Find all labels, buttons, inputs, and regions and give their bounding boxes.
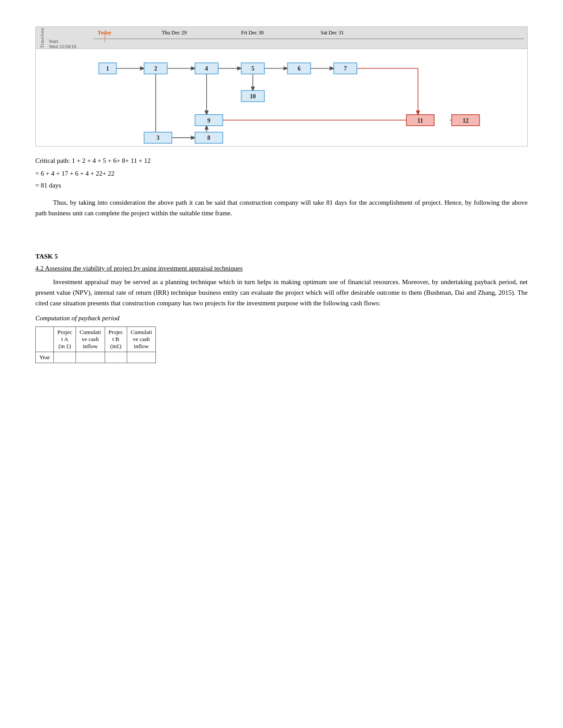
col-proj-a-line2: t A [61,336,68,342]
svg-text:5: 5 [251,65,254,72]
col-cumul-a-line1: Cumulati [79,329,101,335]
col-proj-b: Projec t B (in£) [105,327,127,352]
svg-text:10: 10 [250,93,256,100]
col-proj-a-line1: Projec [57,329,72,335]
network-svg: 1 2 4 5 6 7 10 9 11 [36,49,527,146]
svg-text:3: 3 [156,135,159,141]
section-heading: 4.2 Assessing the viability of project b… [35,265,528,272]
timeline-header: Timeline Start Wed 12/28/16 Today Thu De… [36,27,527,49]
col-cumul-b: Cumulati ve cash inflow [127,327,155,352]
col-proj-a-line3: (in £) [58,343,71,349]
start-date: Wed 12/28/16 [49,44,76,49]
paragraph1: Thus, by taking into consideration the a… [35,197,528,218]
start-label: Start [49,38,58,44]
svg-text:12: 12 [463,117,469,124]
svg-text:2: 2 [154,65,157,72]
start-info: Start Wed 12/28/16 [49,38,76,49]
col-proj-a: Projec t A (in £) [53,327,76,352]
col-proj-b-line3: (in£) [110,343,121,349]
date-thu: Thu Dec 29 [162,30,187,36]
col-cumul-a-line3: inflow [83,343,98,349]
cumul-a-val [76,352,105,363]
col-cumul-a-line2: ve cash [82,336,99,342]
col-empty [36,327,54,352]
timeline-line [93,38,524,39]
timeline-label: Timeline [39,27,45,48]
year-cell: Year [36,352,54,363]
col-cumul-b-line1: Cumulati [131,329,152,335]
col-cumul-b-line3: inflow [134,343,149,349]
svg-text:7: 7 [344,65,347,72]
payback-table: Projec t A (in £) Cumulati ve cash inflo… [35,326,156,363]
col-proj-b-line1: Projec [109,329,123,335]
cumul-b-val [127,352,155,363]
proj-a-val [53,352,76,363]
date-sat: Sat Dec 31 [321,30,344,36]
table-row-year: Year [36,352,156,363]
col-cumul-b-line2: ve cash [133,336,150,342]
col-cumul-a: Cumulati ve cash inflow [76,327,105,352]
col-proj-b-line2: t B [112,336,119,342]
network-diagram: 1 2 4 5 6 7 10 9 11 [36,49,527,146]
task5-paragraph: Investment appraisal may be served as a … [35,277,528,308]
table-heading: Computation of payback period [35,315,528,322]
critical-path-line2: = 6 + 4 + 17 + 6 + 4 + 22+ 22 [35,170,528,177]
svg-text:6: 6 [298,65,301,72]
proj-b-val [105,352,127,363]
svg-text:11: 11 [417,117,423,124]
svg-text:9: 9 [208,117,211,124]
svg-text:8: 8 [208,135,211,141]
critical-path-line1: Critical path: 1 + 2 + 4 + 5 + 6+ 8+ 11 … [35,157,528,165]
svg-text:4: 4 [205,65,208,72]
today-tick [105,35,105,42]
task5-heading: TASK 5 [35,253,528,260]
table-header-row: Projec t A (in £) Cumulati ve cash inflo… [36,327,156,352]
critical-path-line3: = 81 days [35,182,528,189]
timeline-container: Timeline Start Wed 12/28/16 Today Thu De… [35,26,528,146]
svg-text:1: 1 [106,65,109,72]
date-fri: Fri Dec 30 [241,30,264,36]
